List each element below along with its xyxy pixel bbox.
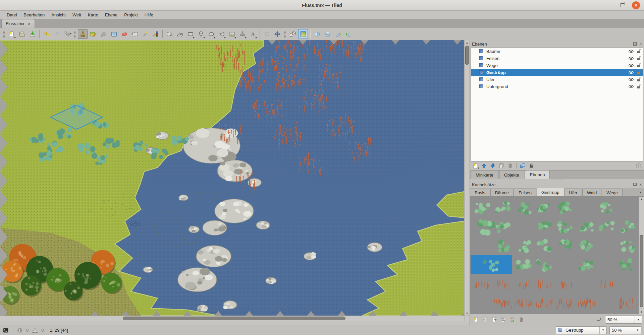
magic-wand-button[interactable] xyxy=(140,29,150,39)
rect-select-button[interactable] xyxy=(130,29,140,39)
map-hscroll-thumb[interactable] xyxy=(123,317,345,320)
layer-combo[interactable]: Gestrüpp ▼ xyxy=(556,326,607,334)
tileset-vscroll-thumb[interactable] xyxy=(640,235,643,307)
menu-welt[interactable]: Welt xyxy=(69,12,85,18)
console-icon[interactable] xyxy=(3,327,9,333)
menu-datei[interactable]: Datei xyxy=(3,12,20,18)
close-panel-icon[interactable]: × xyxy=(639,42,642,46)
reset-zoom-button[interactable] xyxy=(595,316,603,323)
map-vscroll-thumb[interactable] xyxy=(465,46,469,65)
edit-tileset-button[interactable] xyxy=(499,316,507,323)
tileset-tab-basis[interactable]: Basis xyxy=(470,189,490,196)
layer-row-felsen[interactable]: Felsen xyxy=(471,55,643,62)
save-button[interactable] xyxy=(28,29,37,39)
layer-row-bäume[interactable]: Bäume xyxy=(471,48,643,55)
scroll-up-icon[interactable]: ▲ xyxy=(639,197,644,201)
tileset-tab-ufer[interactable]: Ufer xyxy=(565,189,582,196)
tileset-tab-wald[interactable]: Wald xyxy=(582,189,601,196)
menu-ebene[interactable]: Ebene xyxy=(102,12,121,18)
raise-layer-button[interactable] xyxy=(480,162,488,170)
tileset-view[interactable]: ▲ ▼ xyxy=(470,197,644,314)
show-other-layers-button[interactable] xyxy=(519,162,527,170)
layer-row-untergrund[interactable]: Untergrund xyxy=(471,83,643,90)
dock-tab-objekte[interactable]: Objekte xyxy=(499,171,524,179)
insert-text-button[interactable]: A▼ xyxy=(248,29,258,39)
highlight-current-layer-button[interactable] xyxy=(635,162,643,170)
reload-tileset-icon xyxy=(509,317,515,323)
bucket-fill-button[interactable] xyxy=(99,29,108,39)
new-file-button[interactable]: ▼ xyxy=(7,29,16,39)
menu-hilfe[interactable]: Hilfe xyxy=(141,12,157,18)
layer-row-gestrüpp[interactable]: Gestrüpp xyxy=(471,69,643,76)
tileset-tab-overflow-button[interactable]: ▼ xyxy=(638,190,643,195)
insert-ellipse-button[interactable]: ▼ xyxy=(206,29,216,39)
tileset-vertical-scrollbar[interactable]: ▲ ▼ xyxy=(639,197,644,314)
close-button[interactable]: × xyxy=(632,1,640,9)
rotate-left-button[interactable] xyxy=(333,29,343,39)
dock-tab-ebenen[interactable]: Ebenen xyxy=(525,170,550,179)
stamp-tool-button[interactable] xyxy=(78,29,88,39)
delete-tileset-button[interactable] xyxy=(517,316,525,323)
same-tile-select-button[interactable] xyxy=(151,29,160,39)
undo-button[interactable] xyxy=(42,29,51,39)
float-panel-icon[interactable] xyxy=(633,183,637,186)
toolbar-drag-handle[interactable] xyxy=(2,30,5,38)
menu-projekt[interactable]: Projekt xyxy=(121,12,141,18)
insert-rectangle-button[interactable]: ▼ xyxy=(185,29,195,39)
scroll-down-icon[interactable]: ▼ xyxy=(465,311,470,316)
restore-button[interactable] xyxy=(619,2,626,9)
menu-bearbeiten[interactable]: Bearbeiten xyxy=(20,12,48,18)
insert-template-button[interactable]: ▼ xyxy=(237,29,247,39)
float-panel-icon[interactable] xyxy=(633,42,637,46)
map-horizontal-scrollbar[interactable] xyxy=(0,316,464,321)
new-layer-button[interactable]: ▼ xyxy=(471,162,479,170)
new-tileset-button[interactable] xyxy=(472,316,480,323)
lower-layer-button[interactable] xyxy=(489,162,497,170)
map-vertical-scrollbar[interactable]: ▲ ▼ xyxy=(464,40,470,316)
document-tab[interactable]: Fluss.tmx× xyxy=(1,19,35,28)
map-canvas[interactable] xyxy=(0,40,464,316)
close-panel-icon[interactable]: × xyxy=(639,183,642,186)
tileset-tab-bäume[interactable]: Bäume xyxy=(490,189,514,196)
statusbar-zoom-combo[interactable]: 50 % ▼ xyxy=(609,326,641,334)
shape-fill-button[interactable] xyxy=(109,29,119,39)
flip-vertical-button[interactable] xyxy=(323,29,332,39)
select-objects-button[interactable] xyxy=(165,29,174,39)
minimize-button[interactable]: – xyxy=(605,2,612,9)
toolbar-drag-handle[interactable] xyxy=(73,30,76,38)
delete-layer-button[interactable] xyxy=(506,162,514,170)
tileset-tab-gestrüpp[interactable]: Gestrüpp xyxy=(537,188,564,196)
redo-button[interactable] xyxy=(52,29,62,39)
offset-tool-button[interactable] xyxy=(272,29,282,39)
insert-tile-button[interactable]: ▼ xyxy=(227,29,237,39)
menu-ansicht[interactable]: Ansicht xyxy=(48,12,69,18)
duplicate-layer-button[interactable] xyxy=(497,162,505,170)
edit-polygons-button[interactable] xyxy=(175,29,185,39)
lock-other-layers-button[interactable] xyxy=(527,162,535,170)
dock-tab-minikarte[interactable]: Minikarte xyxy=(471,171,498,179)
eraser-button[interactable] xyxy=(119,29,129,39)
embed-tileset-button[interactable] xyxy=(481,316,489,323)
insert-point-button[interactable]: ▼ xyxy=(196,29,206,39)
rotate-right-button[interactable] xyxy=(343,29,353,39)
terrain-brush-button[interactable] xyxy=(88,29,98,39)
terrain-mode-button[interactable] xyxy=(298,29,308,39)
toolbar-drag-handle[interactable] xyxy=(283,30,286,38)
tileset-tab-wege[interactable]: Wege xyxy=(602,189,623,196)
layer-row-ufer[interactable]: Ufer xyxy=(471,76,643,83)
tileset-tab-felsen[interactable]: Felsen xyxy=(514,189,536,196)
reload-tileset-button[interactable] xyxy=(508,316,516,323)
open-folder-button[interactable] xyxy=(17,29,27,39)
tileset-zoom-combo[interactable]: 50 %▼ xyxy=(605,316,642,324)
commands-gear-button[interactable]: ▼ xyxy=(62,29,72,39)
flip-horizontal-button[interactable] xyxy=(312,29,322,39)
rotate-button[interactable] xyxy=(262,29,272,39)
insert-polygon-button[interactable]: ▼ xyxy=(217,29,226,39)
scroll-up-icon[interactable]: ▲ xyxy=(465,40,470,45)
export-tileset-button[interactable] xyxy=(490,316,498,323)
random-mode-button[interactable] xyxy=(288,29,298,39)
layer-row-wege[interactable]: Wege xyxy=(471,62,643,69)
scroll-down-icon[interactable]: ▼ xyxy=(639,310,644,314)
close-tab-icon[interactable]: × xyxy=(28,21,31,26)
menu-karte[interactable]: Karte xyxy=(85,12,102,18)
